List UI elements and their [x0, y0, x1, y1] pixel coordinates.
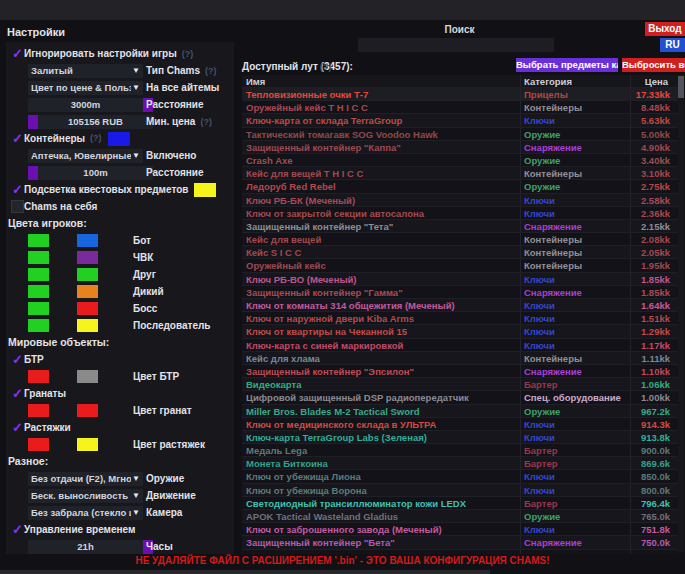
color-swatch-hidden[interactable] — [77, 234, 98, 247]
loot-row[interactable]: Ключ от убежища ЛионаКлючи850.0k — [242, 469, 678, 482]
loot-help-icon[interactable]: (?) — [320, 62, 332, 72]
checkbox-label: Chams на себя — [24, 201, 97, 212]
checkbox-icon[interactable]: ✓ — [11, 353, 24, 366]
slider-track[interactable]: 3000m — [28, 98, 143, 112]
slider-track[interactable]: 100m — [38, 166, 153, 180]
loot-row[interactable]: Тактический томагавк SOG Voodoo HawkОруж… — [242, 127, 678, 140]
scrollbar-thumb[interactable] — [678, 76, 684, 98]
slider[interactable]: 3000m — [28, 98, 153, 112]
slider[interactable]: 21h — [28, 540, 153, 554]
color-swatch-hidden[interactable] — [77, 268, 98, 281]
slider-track[interactable]: 21h — [28, 540, 143, 554]
loot-row[interactable]: Ледоруб Red RebelОружие2.75kk — [242, 179, 678, 192]
checkbox-icon[interactable]: ✓ — [11, 47, 24, 60]
dropdown[interactable]: Без забрала (стекло шлема)▼ — [28, 506, 143, 520]
checkbox-label: Игнорировать настройки игры(?) — [24, 48, 193, 59]
color-swatch-visible[interactable] — [28, 319, 49, 332]
loot-row[interactable]: Светодиодный трансиллюминатор кожи LEDXБ… — [242, 496, 678, 509]
loot-row[interactable]: Тепловизионные очки Т-7Прицелы17.33kk — [242, 87, 678, 100]
column-header-price[interactable]: Цена — [630, 75, 678, 87]
loot-row[interactable]: Кейс S I C CКонтейнеры2.05kk — [242, 245, 678, 258]
loot-row[interactable]: Оружейный кейс T H I C CКонтейнеры8.48kk — [242, 100, 678, 113]
loot-row[interactable]: Цифровой защищенный DSP радиопередатчикС… — [242, 390, 678, 403]
loot-item-price: 5.63kk — [630, 114, 678, 126]
color-swatch-hidden[interactable] — [77, 302, 98, 315]
loot-row[interactable]: Miller Bros. Blades M-2 Tactical SwordОр… — [242, 404, 678, 417]
loot-row[interactable]: Медаль LegaБартер900.0k — [242, 443, 678, 456]
setting-row: Цвет по цене & Пользователы▼На все айтем… — [6, 79, 234, 96]
checkbox-icon[interactable]: ✓ — [11, 183, 24, 196]
color-swatch-hidden[interactable] — [77, 404, 98, 417]
loot-row[interactable]: Защищенный контейнер "Бета"Снаряжение750… — [242, 535, 678, 548]
color-swatch-visible[interactable] — [28, 438, 49, 451]
language-button[interactable]: RU — [660, 38, 685, 52]
loot-row[interactable]: Защищенный контейнер "Тета"Снаряжение2.1… — [242, 219, 678, 232]
loot-row[interactable]: Кейс для вещей T H I C CКонтейнеры3.10kk — [242, 166, 678, 179]
loot-row[interactable]: Ключ от квартиры на Чеканной 15Ключи1.29… — [242, 324, 678, 337]
slider-thumb[interactable] — [28, 115, 38, 129]
color-swatch-visible[interactable] — [28, 251, 49, 264]
search-input[interactable] — [358, 38, 554, 52]
checkbox-icon[interactable]: ✓ — [11, 387, 24, 400]
loot-row[interactable] — [242, 549, 678, 554]
slider[interactable]: 105156 RUB — [28, 115, 153, 129]
color-swatch-visible[interactable] — [28, 234, 49, 247]
loot-row[interactable]: Ключ-карта с синей маркировкойКлючи1.17k… — [242, 338, 678, 351]
dropdown[interactable]: Без отдачи (F2), Мгновенное п▼ — [28, 472, 143, 486]
loot-row[interactable]: APOK Tactical Wasteland GladiusОружие765… — [242, 509, 678, 522]
exit-button[interactable]: Выход — [645, 22, 685, 36]
slider-track[interactable]: 105156 RUB — [38, 115, 153, 129]
loot-row[interactable]: Ключ от закрытой секции автосалонаКлючи2… — [242, 206, 678, 219]
loot-row[interactable]: Кейс для хламаКонтейнеры1.11kk — [242, 351, 678, 364]
loot-row[interactable]: Ключ РБ-ВО (Меченый)Ключи1.85kk — [242, 272, 678, 285]
dropdown[interactable]: Цвет по цене & Пользователы▼ — [28, 81, 143, 95]
loot-row[interactable]: Ключ от наружной двери Kiba ArmsКлючи1.5… — [242, 311, 678, 324]
checkbox-icon[interactable]: ✓ — [11, 421, 24, 434]
dropdown[interactable]: Беск. выносливость и нет уста▼ — [28, 489, 143, 503]
select-kappa-items-button[interactable]: Выбрать предметы каппа — [516, 58, 618, 72]
loot-row[interactable]: Ключ от комнаты 314 общежития (Меченый)К… — [242, 298, 678, 311]
color-swatch-hidden[interactable] — [77, 438, 98, 451]
loot-row[interactable]: Ключ от медицинского склада в УЛЬТРАКлюч… — [242, 417, 678, 430]
color-swatch-hidden[interactable] — [77, 285, 98, 298]
dropdown[interactable]: Аптечка, Ювелирные и...▼ — [28, 149, 143, 163]
color-swatch-hidden[interactable] — [77, 370, 98, 383]
loot-row[interactable]: Ключ-карта TerraGroup Labs (Зеленая)Ключ… — [242, 430, 678, 443]
loot-row[interactable]: Ключ РБ-БК (Меченый)Ключи2.58kk — [242, 193, 678, 206]
color-swatch-visible[interactable] — [28, 404, 49, 417]
color-swatch-hidden[interactable] — [77, 319, 98, 332]
help-icon[interactable]: (?) — [90, 133, 102, 143]
slider[interactable]: 100m — [28, 166, 153, 180]
search-label: Поиск — [242, 24, 677, 35]
table-scrollbar[interactable] — [678, 75, 684, 552]
loot-row[interactable]: Монета БиткоинаБартер869.6k — [242, 456, 678, 469]
loot-row[interactable]: ВидеокартаБартер1.06kk — [242, 377, 678, 390]
column-header-category[interactable]: Категория — [520, 75, 630, 87]
loot-row[interactable]: Защищенный контейнер "Каппа"Снаряжение4.… — [242, 140, 678, 153]
loot-row[interactable]: Ключ от убежища ВоронаКлючи800.0k — [242, 483, 678, 496]
slider-thumb[interactable] — [28, 166, 38, 180]
loot-row[interactable]: Оружейный кейсКонтейнеры1.95kk — [242, 258, 678, 271]
loot-row[interactable]: Кейс для вещейКонтейнеры2.08kk — [242, 232, 678, 245]
drop-all-button[interactable]: Выбросить все — [622, 58, 685, 72]
help-icon[interactable]: (?) — [200, 117, 212, 127]
color-swatch-hidden[interactable] — [77, 251, 98, 264]
color-swatch[interactable] — [108, 132, 130, 146]
help-icon[interactable]: (?) — [182, 49, 194, 59]
loot-row[interactable]: Ключ-карта от склада TerraGroupКлючи5.63… — [242, 113, 678, 126]
checkbox-icon[interactable]: ✓ — [11, 132, 24, 145]
loot-row[interactable]: Ключ от заброшенного завода (Меченый)Клю… — [242, 522, 678, 535]
checkbox-icon[interactable] — [11, 200, 24, 213]
help-icon[interactable]: (?) — [205, 66, 217, 76]
color-swatch-visible[interactable] — [28, 285, 49, 298]
color-swatch-visible[interactable] — [28, 268, 49, 281]
loot-row[interactable]: Защищенный контейнер "Эпсилон"Снаряжение… — [242, 364, 678, 377]
color-swatch-visible[interactable] — [28, 302, 49, 315]
dropdown[interactable]: Залитый▼ — [28, 64, 143, 78]
color-swatch[interactable] — [194, 183, 216, 197]
column-header-name[interactable]: Имя — [242, 75, 520, 87]
loot-row[interactable]: Crash AxeОружие3.40kk — [242, 153, 678, 166]
loot-row[interactable]: Защищенный контейнер "Гамма"Снаряжение1.… — [242, 285, 678, 298]
color-swatch-visible[interactable] — [28, 370, 49, 383]
checkbox-icon[interactable]: ✓ — [11, 523, 24, 536]
